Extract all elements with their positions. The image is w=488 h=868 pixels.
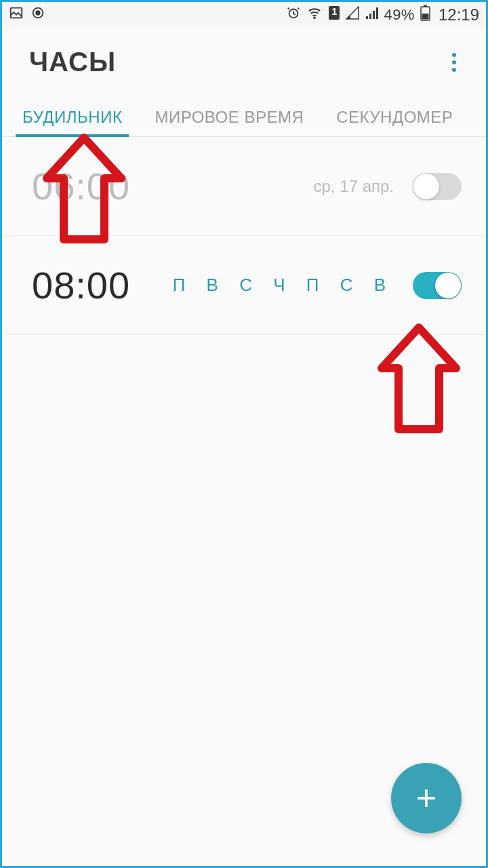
- alarm-date: ср, 17 апр.: [314, 177, 394, 196]
- status-time: 12:19: [439, 5, 479, 24]
- svg-rect-8: [422, 14, 428, 20]
- alarm-toggle[interactable]: [413, 272, 462, 299]
- overflow-menu-button[interactable]: [443, 47, 466, 77]
- alarm-time: 08:00: [32, 263, 130, 307]
- header: ЧАСЫ: [2, 28, 486, 98]
- tab-world-clock[interactable]: МИРОВОЕ ВРЕМЯ: [152, 108, 306, 136]
- add-alarm-button[interactable]: +: [391, 763, 462, 833]
- sim-number: 1: [328, 6, 340, 17]
- svg-point-4: [314, 17, 315, 18]
- battery-icon: [420, 5, 430, 25]
- picture-icon: [9, 5, 24, 24]
- annotation-arrow-tab: [40, 131, 128, 246]
- annotation-arrow-switch: [375, 321, 463, 436]
- app-title: ЧАСЫ: [29, 47, 116, 77]
- app-frame: 1 49% 12:19 ЧАСЫ БУДИЛЬНИК МИРОВОЕ ВРЕМЯ…: [0, 0, 488, 868]
- svg-point-2: [36, 11, 40, 15]
- signal-2-icon: [365, 6, 378, 24]
- alarm-days: П В С Ч П С В: [173, 275, 394, 296]
- signal-1-icon: [346, 6, 359, 24]
- plus-icon: +: [416, 781, 436, 816]
- alarm-toggle[interactable]: [413, 173, 462, 200]
- alarm-status-icon: [286, 5, 301, 24]
- sim-icon: 1: [328, 5, 340, 24]
- status-bar: 1 49% 12:19: [2, 2, 486, 28]
- svg-rect-7: [424, 5, 427, 7]
- loading-icon: [30, 5, 45, 24]
- tab-stopwatch[interactable]: СЕКУНДОМЕР: [333, 108, 455, 136]
- tab-timer[interactable]: Т: [483, 108, 488, 136]
- wifi-icon: [306, 5, 323, 24]
- battery-percent: 49%: [384, 6, 415, 24]
